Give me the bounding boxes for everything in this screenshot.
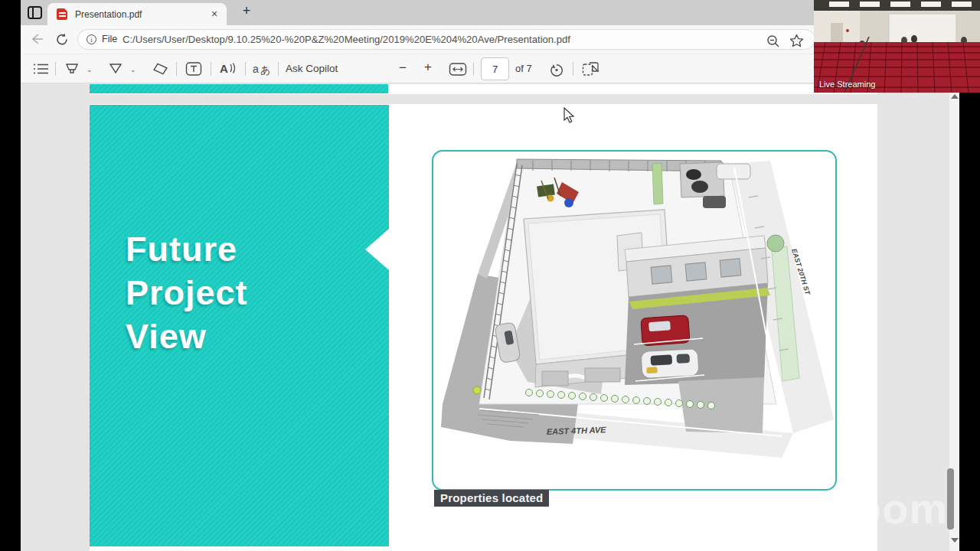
toolbar-divider — [573, 62, 573, 76]
svg-text:a: a — [253, 63, 259, 75]
slide-title: Future Project View — [126, 227, 248, 358]
toolbar-divider — [55, 62, 56, 76]
title-pointer-notch — [365, 229, 389, 270]
scrollbar-up-arrow[interactable] — [951, 94, 959, 99]
refresh-icon[interactable] — [56, 33, 69, 46]
slide-title-line3: View — [126, 315, 248, 358]
scrollbar-down-arrow[interactable] — [951, 538, 959, 543]
highlighter-dropdown-icon[interactable]: ⌄ — [87, 66, 93, 73]
info-icon[interactable]: i — [87, 34, 96, 44]
site-plan-image: EAST 4TH AVE EAST 20TH ST — [432, 150, 837, 491]
pdf-favicon — [57, 8, 67, 20]
favorite-star-icon[interactable] — [789, 34, 804, 47]
zoom-watermark: zoom — [833, 484, 948, 533]
pdf-content-area: Future Project View — [21, 84, 959, 551]
page-6-teal-strip — [90, 84, 388, 93]
translate-icon[interactable]: aあ — [253, 61, 273, 77]
url-scheme-label: File — [102, 34, 117, 44]
pen-dropdown-icon[interactable]: ⌄ — [130, 66, 136, 73]
eraser-icon[interactable] — [152, 61, 169, 77]
toolbar-divider — [473, 62, 474, 76]
pdf-page-7: Future Project View — [90, 104, 877, 551]
fit-width-icon[interactable] — [449, 61, 467, 77]
zoom-increase-button[interactable]: + — [424, 60, 432, 75]
slide-title-line1: Future — [126, 227, 248, 271]
rotate-icon[interactable] — [548, 61, 565, 77]
page-count-label: of 7 — [515, 63, 532, 74]
new-tab-button[interactable]: + — [239, 3, 254, 19]
tab-title: Presentation.pdf — [75, 9, 142, 20]
pdf-page-6-bottom — [90, 84, 877, 94]
toolbar-divider — [211, 62, 211, 76]
tab-close-icon[interactable]: × — [208, 8, 220, 20]
slide-title-panel: Future Project View — [90, 105, 389, 546]
page-view-icon[interactable] — [582, 61, 600, 77]
site-plan-drawing: EAST 4TH AVE EAST 20TH ST — [433, 152, 835, 489]
svg-text:あ: あ — [260, 64, 270, 76]
back-icon[interactable] — [31, 33, 44, 45]
auditorium-video — [814, 0, 980, 93]
zoom-decrease-button[interactable]: − — [399, 60, 407, 76]
mouse-cursor — [564, 107, 576, 124]
slide-title-line2: Project — [126, 271, 248, 315]
page-number-input[interactable]: 7 — [481, 57, 509, 80]
read-aloud-icon[interactable]: A — [220, 61, 238, 77]
zoom-out-icon[interactable] — [766, 34, 780, 48]
highlighter-icon[interactable] — [64, 61, 80, 77]
toolbar-divider — [176, 62, 177, 76]
pen-icon[interactable] — [108, 61, 123, 77]
tab-presentation[interactable]: Presentation.pdf × — [47, 3, 227, 25]
tab-search-icon[interactable] — [28, 6, 42, 19]
toc-icon[interactable] — [33, 61, 50, 77]
add-text-icon[interactable] — [185, 61, 202, 77]
toolbar-divider — [245, 62, 246, 76]
ask-copilot-button[interactable]: Ask Copilot — [286, 63, 338, 74]
url-field[interactable]: i File C:/Users/User/Desktop/9.10.25%20-… — [77, 29, 815, 50]
caption-properties-located: Properties located — [434, 490, 549, 507]
url-text[interactable]: C:/Users/User/Desktop/9.10.25%20-%20P&Z%… — [122, 34, 570, 45]
webcam-overlay: Live Streaming — [814, 0, 980, 93]
right-black-bar — [959, 93, 980, 551]
toolbar-divider — [278, 62, 279, 76]
scrollbar-thumb[interactable] — [947, 468, 954, 530]
svg-text:A: A — [220, 62, 228, 75]
live-streaming-label: Live Streaming — [819, 80, 875, 89]
